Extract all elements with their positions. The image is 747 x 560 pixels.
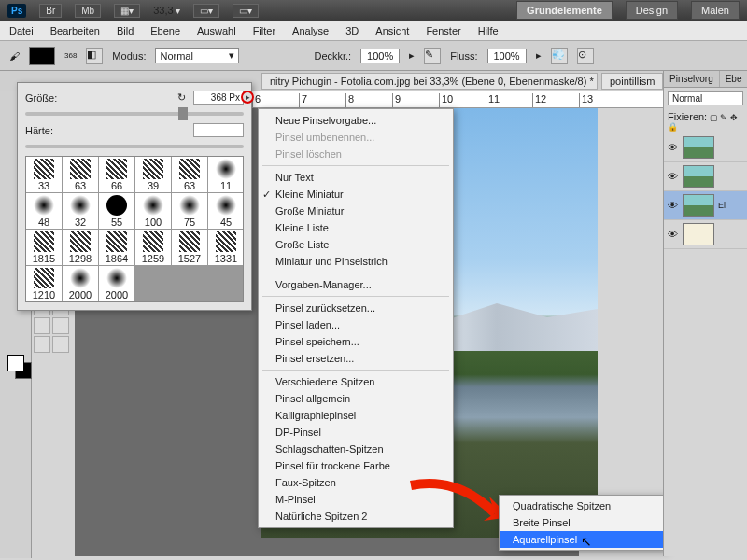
brush-preset-cell[interactable]: 45 bbox=[208, 193, 244, 229]
mi-m[interactable]: M-Pinsel bbox=[259, 491, 453, 508]
hardness-input[interactable] bbox=[193, 123, 244, 137]
brush-preset-cell[interactable]: 1331 bbox=[208, 230, 244, 265]
brush-preset-cell[interactable]: 1864 bbox=[99, 230, 134, 265]
mi-new-preset[interactable]: Neue Pinselvorgabe... bbox=[259, 112, 453, 129]
brush-preset-cell[interactable]: 63 bbox=[172, 157, 207, 192]
workspace-malen[interactable]: Malen bbox=[691, 1, 740, 20]
airbrush-icon[interactable]: 💨 bbox=[551, 48, 568, 64]
screen-button[interactable]: ▭▾ bbox=[233, 4, 259, 18]
tool-hand[interactable] bbox=[34, 336, 50, 353]
mi-load[interactable]: Pinsel laden... bbox=[259, 316, 453, 333]
brush-preview[interactable] bbox=[29, 47, 55, 65]
menu-ansicht[interactable]: Ansicht bbox=[375, 25, 409, 36]
brush-preset-cell[interactable]: 11 bbox=[208, 157, 244, 192]
menu-3d[interactable]: 3D bbox=[345, 25, 359, 36]
layer-row[interactable]: 👁El bbox=[664, 191, 747, 220]
mi-replace[interactable]: Pinsel ersetzen... bbox=[259, 350, 453, 367]
layer-row[interactable]: 👁 bbox=[664, 220, 747, 249]
color-swatches[interactable] bbox=[7, 355, 34, 381]
brush-preset-cell[interactable]: 66 bbox=[99, 157, 134, 192]
mi-large-thumb[interactable]: Große Miniatur bbox=[259, 203, 453, 219]
flow-flyout-icon[interactable]: ▸ bbox=[536, 49, 542, 62]
tablet-opacity-icon[interactable]: ✎ bbox=[424, 48, 441, 64]
visibility-icon[interactable]: 👁 bbox=[668, 142, 679, 153]
mi-dropshadow[interactable]: Schlagschatten-Spitzen bbox=[259, 441, 453, 457]
brush-preset-cell[interactable]: 1210 bbox=[26, 266, 62, 301]
visibility-icon[interactable]: 👁 bbox=[668, 200, 679, 211]
size-slider[interactable] bbox=[25, 112, 244, 116]
layout-button[interactable]: ▦▾ bbox=[114, 4, 140, 18]
layer-row[interactable]: 👁 bbox=[664, 133, 747, 162]
brush-tool-icon[interactable]: 🖌 bbox=[9, 50, 20, 62]
bridge-button[interactable]: Br bbox=[39, 4, 62, 18]
hardness-slider[interactable] bbox=[25, 145, 244, 148]
brush-preset-cell[interactable]: 32 bbox=[63, 193, 98, 229]
mi-large-list[interactable]: Große Liste bbox=[259, 236, 453, 253]
menu-ebene[interactable]: Ebene bbox=[150, 25, 180, 36]
brush-preset-cell[interactable]: 63 bbox=[63, 157, 98, 192]
mi-drymedia[interactable]: Pinsel für trockene Farbe bbox=[259, 457, 453, 474]
tab-ebenen[interactable]: Ebe bbox=[720, 71, 747, 87]
flyout-menu-icon[interactable]: ▸ bbox=[241, 91, 254, 104]
smi-watercolor[interactable]: Aquarellpinsel bbox=[500, 531, 666, 548]
brush-preset-cell[interactable]: 75 bbox=[172, 193, 207, 229]
menu-hilfe[interactable]: Hilfe bbox=[478, 25, 499, 36]
menu-bearbeiten[interactable]: Bearbeiten bbox=[50, 25, 100, 36]
blend-mode-select[interactable]: Normal▾ bbox=[155, 48, 239, 63]
brush-panel-icon[interactable]: ◧ bbox=[86, 48, 103, 64]
tab-pinselvorgaben[interactable]: Pinselvorg bbox=[664, 71, 720, 87]
visibility-icon[interactable]: 👁 bbox=[668, 229, 679, 240]
doc-tab-2[interactable]: pointillism bbox=[601, 73, 663, 90]
menu-fenster[interactable]: Fenster bbox=[426, 25, 460, 36]
opacity-flyout-icon[interactable]: ▸ bbox=[409, 49, 415, 62]
tool-pen[interactable] bbox=[34, 317, 50, 334]
mi-dp[interactable]: DP-Pinsel bbox=[259, 424, 453, 441]
mi-stroke-thumb[interactable]: Miniatur und Pinselstrich bbox=[259, 253, 453, 270]
layer-blend-select[interactable]: Normal bbox=[668, 91, 743, 105]
mi-small-thumb[interactable]: Kleine Miniatur bbox=[259, 186, 453, 203]
tool-type[interactable] bbox=[52, 317, 69, 334]
brush-preset-cell[interactable]: 39 bbox=[135, 157, 171, 192]
smi-square[interactable]: Quadratische Spitzen bbox=[500, 497, 666, 514]
layer-row[interactable]: 👁 bbox=[664, 162, 747, 191]
mi-calligraphic[interactable]: Kalligraphiepinsel bbox=[259, 407, 453, 424]
brush-preset-cell[interactable]: 48 bbox=[26, 193, 62, 229]
flow-input[interactable]: 100% bbox=[487, 49, 527, 63]
tablet-size-icon[interactable]: ⊙ bbox=[577, 48, 594, 64]
mi-text-only[interactable]: Nur Text bbox=[259, 169, 453, 186]
menu-auswahl[interactable]: Auswahl bbox=[197, 25, 236, 36]
mi-natural2[interactable]: Natürliche Spitzen 2 bbox=[259, 508, 453, 525]
smi-thick[interactable]: Breite Pinsel bbox=[500, 514, 666, 531]
mi-assorted[interactable]: Verschiedene Spitzen bbox=[259, 373, 453, 390]
brush-preset-cell[interactable]: 1815 bbox=[26, 230, 62, 265]
reset-icon[interactable]: ↻ bbox=[177, 91, 186, 104]
zoom-display[interactable]: 33,3 ▾ bbox=[153, 5, 180, 16]
brush-preset-cell[interactable]: 33 bbox=[26, 157, 62, 192]
mi-small-list[interactable]: Kleine Liste bbox=[259, 219, 453, 236]
view-button[interactable]: ▭▾ bbox=[193, 4, 219, 18]
brush-preset-cell[interactable]: 100 bbox=[135, 193, 171, 229]
brush-preset-cell[interactable]: 2000 bbox=[63, 266, 98, 301]
brush-preset-cell[interactable]: 55 bbox=[99, 193, 134, 229]
doc-tab-1[interactable]: nitry Pichugin - Fotolia.com.jpg bei 33,… bbox=[261, 73, 598, 90]
mi-faux[interactable]: Faux-Spitzen bbox=[259, 474, 453, 491]
brush-grid[interactable]: 3363663963114832551007545181512981864125… bbox=[25, 156, 244, 302]
opacity-input[interactable]: 100% bbox=[360, 49, 400, 63]
brush-preset-cell[interactable]: 1298 bbox=[63, 230, 98, 265]
mi-save[interactable]: Pinsel speichern... bbox=[259, 333, 453, 350]
workspace-grundelemente[interactable]: Grundelemente bbox=[516, 1, 613, 20]
menu-datei[interactable]: Datei bbox=[9, 25, 34, 36]
size-input[interactable] bbox=[193, 91, 244, 105]
brush-preset-cell[interactable]: 1259 bbox=[135, 230, 171, 265]
visibility-icon[interactable]: 👁 bbox=[668, 171, 679, 182]
minibridge-button[interactable]: Mb bbox=[75, 4, 101, 18]
workspace-design[interactable]: Design bbox=[626, 1, 678, 20]
brush-preset-cell[interactable]: 2000 bbox=[99, 266, 134, 301]
mi-preset-manager[interactable]: Vorgaben-Manager... bbox=[259, 276, 453, 293]
menu-bild[interactable]: Bild bbox=[117, 25, 134, 36]
menu-analyse[interactable]: Analyse bbox=[292, 25, 329, 36]
mi-basic[interactable]: Pinsel allgemein bbox=[259, 390, 453, 407]
tool-zoom[interactable] bbox=[52, 336, 69, 353]
menu-filter[interactable]: Filter bbox=[253, 25, 275, 36]
mi-reset[interactable]: Pinsel zurücksetzen... bbox=[259, 300, 453, 316]
